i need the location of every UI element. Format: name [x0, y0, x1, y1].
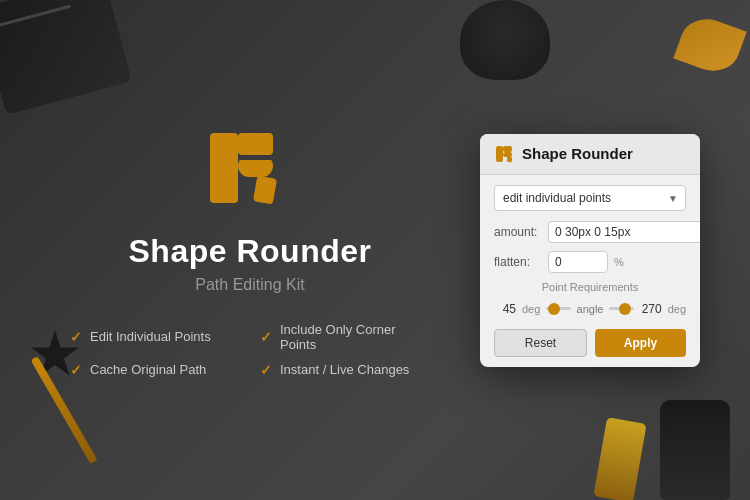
left-section: Shape Rounder Path Editing Kit ✓ Edit In…: [50, 123, 450, 378]
angle-center-label: angle: [577, 303, 604, 315]
angle-slider-row: 45 deg angle 270 deg: [494, 301, 686, 317]
amount-row: amount:: [494, 221, 686, 243]
svg-rect-0: [210, 133, 238, 203]
app-subtitle: Path Editing Kit: [195, 276, 304, 294]
flatten-row: flatten: %: [494, 251, 686, 273]
panel-logo-icon: [494, 144, 514, 164]
panel-title: Shape Rounder: [522, 145, 633, 162]
feature-label-1: Edit Individual Points: [90, 329, 211, 344]
flatten-label: flatten:: [494, 255, 542, 269]
angle-left-unit: deg: [522, 303, 540, 315]
feature-label-2: Include Only Corner Points: [280, 322, 430, 352]
angle-left-slider[interactable]: [546, 307, 570, 310]
svg-rect-3: [253, 175, 277, 204]
dropdown-row: edit individual points edit all points e…: [494, 185, 686, 211]
feature-item-3: ✓ Cache Original Path: [70, 362, 240, 378]
feature-item-4: ✓ Instant / Live Changes: [260, 362, 430, 378]
svg-rect-6: [503, 146, 512, 152]
app-title: Shape Rounder: [129, 233, 372, 270]
svg-rect-7: [503, 152, 512, 157]
angle-left-value: 45: [494, 302, 516, 316]
app-logo: [200, 123, 300, 213]
dropdown-wrapper: edit individual points edit all points e…: [494, 185, 686, 211]
feature-item-1: ✓ Edit Individual Points: [70, 322, 240, 352]
button-row: Reset Apply: [494, 329, 686, 357]
panel-header: Shape Rounder: [480, 134, 700, 175]
check-icon-3: ✓: [70, 362, 82, 378]
angle-slider-right-wrapper: [609, 301, 633, 317]
mode-dropdown[interactable]: edit individual points edit all points e…: [494, 185, 686, 211]
svg-rect-8: [507, 156, 513, 162]
check-icon-1: ✓: [70, 329, 82, 345]
check-icon-2: ✓: [260, 329, 272, 345]
feature-label-3: Cache Original Path: [90, 362, 206, 377]
angle-right-unit: deg: [668, 303, 686, 315]
amount-label: amount:: [494, 225, 542, 239]
svg-rect-4: [238, 155, 273, 160]
reset-button[interactable]: Reset: [494, 329, 587, 357]
angle-right-slider[interactable]: [609, 307, 633, 310]
flatten-input[interactable]: [548, 251, 608, 273]
angle-slider-left-wrapper: [546, 301, 570, 317]
feature-item-2: ✓ Include Only Corner Points: [260, 322, 430, 352]
point-requirements-label: Point Requirements: [494, 281, 686, 293]
panel: Shape Rounder edit individual points edi…: [480, 134, 700, 367]
flatten-unit: %: [614, 256, 624, 268]
panel-body: edit individual points edit all points e…: [480, 175, 700, 367]
features-list: ✓ Edit Individual Points ✓ Include Only …: [70, 322, 430, 378]
check-icon-4: ✓: [260, 362, 272, 378]
svg-rect-5: [496, 146, 503, 162]
svg-rect-1: [238, 133, 273, 155]
feature-label-4: Instant / Live Changes: [280, 362, 409, 377]
apply-button[interactable]: Apply: [595, 329, 686, 357]
angle-right-value: 270: [640, 302, 662, 316]
main-content: Shape Rounder Path Editing Kit ✓ Edit In…: [0, 0, 750, 500]
amount-input[interactable]: [548, 221, 700, 243]
logo-container: [200, 123, 300, 213]
